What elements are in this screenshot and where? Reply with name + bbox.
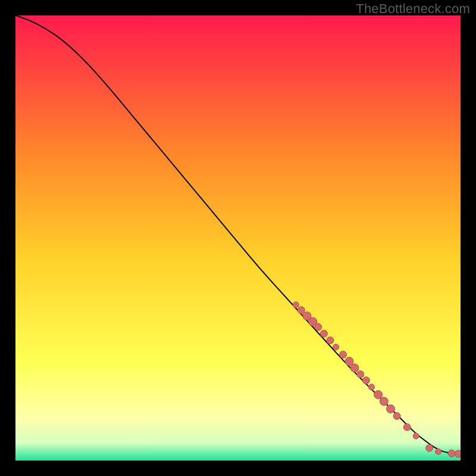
data-marker — [426, 444, 433, 452]
data-marker — [298, 306, 305, 314]
data-marker — [448, 450, 455, 457]
data-marker — [357, 371, 364, 378]
data-marker — [333, 344, 339, 350]
data-marker — [362, 377, 369, 384]
data-marker — [340, 351, 347, 358]
data-marker — [403, 424, 411, 431]
data-marker — [350, 364, 359, 372]
data-marker — [293, 302, 299, 308]
chart-stage: TheBottleneck.com — [0, 0, 476, 476]
data-marker — [374, 390, 383, 399]
data-marker — [436, 449, 441, 455]
data-marker — [327, 337, 334, 344]
data-marker — [455, 450, 461, 458]
watermark-text: TheBottleneck.com — [356, 1, 470, 17]
data-marker — [380, 397, 388, 406]
plot-svg — [15, 15, 461, 461]
data-marker — [413, 433, 419, 439]
gradient-background — [15, 15, 461, 461]
data-marker — [368, 384, 374, 390]
data-marker — [315, 324, 322, 331]
data-marker — [320, 330, 327, 337]
data-marker — [393, 412, 400, 419]
plot-area — [15, 15, 461, 461]
data-marker — [345, 357, 353, 365]
data-marker — [387, 405, 395, 413]
